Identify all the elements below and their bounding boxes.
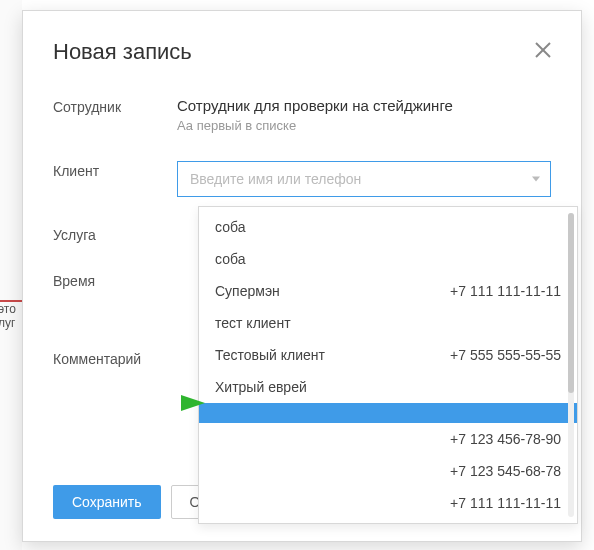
new-entry-modal: Новая запись Сотрудник Сотрудник для про… <box>22 10 582 542</box>
chevron-down-icon <box>532 177 540 182</box>
client-dropdown: собасобаСупермэн+7 111 111-11-11тест кли… <box>198 206 578 524</box>
close-icon <box>534 41 552 59</box>
employee-value: Сотрудник для проверки на стейджинге <box>177 97 551 114</box>
dropdown-item[interactable]: тест клиент <box>199 307 577 339</box>
client-input[interactable] <box>190 171 522 187</box>
dropdown-item-name: Тестовый клиент <box>215 347 325 363</box>
bg-text-1: это <box>0 302 16 316</box>
client-label: Клиент <box>53 161 177 197</box>
employee-row: Сотрудник Сотрудник для проверки на стей… <box>53 97 551 133</box>
dropdown-item[interactable]: +7 123 456-78-90 <box>199 423 577 455</box>
dropdown-item-name: тест клиент <box>215 315 291 331</box>
dropdown-item-phone: +7 111 111-11-11 <box>450 495 561 511</box>
bg-text-2: луг <box>0 316 15 330</box>
employee-subvalue: Аа первый в списке <box>177 118 551 133</box>
dropdown-item[interactable]: соба <box>199 243 577 275</box>
service-label: Услуга <box>53 225 177 243</box>
dropdown-item[interactable]: +7 123 545-68-78 <box>199 455 577 487</box>
dropdown-item[interactable]: Хитрый еврей <box>199 371 577 403</box>
dropdown-item-name: Супермэн <box>215 283 280 299</box>
dropdown-item-name: соба <box>215 219 245 235</box>
employee-label: Сотрудник <box>53 97 177 133</box>
annotation-arrow-icon <box>81 393 207 413</box>
dropdown-item[interactable]: Супермэн+7 111 111-11-11 <box>199 275 577 307</box>
bg-left-strip <box>0 0 22 550</box>
dropdown-item-name: Хитрый еврей <box>215 379 307 395</box>
dropdown-item-phone: +7 555 555-55-55 <box>450 347 561 363</box>
dropdown-item-phone: +7 123 456-78-90 <box>450 431 561 447</box>
dropdown-item-phone: +7 123 545-68-78 <box>450 463 561 479</box>
comment-label: Комментарий <box>53 349 177 367</box>
client-row: Клиент <box>53 161 551 197</box>
close-button[interactable] <box>531 39 555 63</box>
modal-title: Новая запись <box>53 39 551 65</box>
dropdown-item[interactable]: соба <box>199 211 577 243</box>
time-label: Время <box>53 271 177 289</box>
dropdown-item[interactable]: Тестовый клиент+7 555 555-55-55 <box>199 339 577 371</box>
dropdown-scrollbar-thumb[interactable] <box>568 213 574 393</box>
dropdown-item-name: соба <box>215 251 245 267</box>
dropdown-item-phone: +7 111 111-11-11 <box>450 283 561 299</box>
save-button[interactable]: Сохранить <box>53 485 161 519</box>
client-combobox[interactable] <box>177 161 551 197</box>
dropdown-item[interactable]: +7 111 111-11-11 <box>199 487 577 519</box>
dropdown-item[interactable] <box>199 403 577 423</box>
